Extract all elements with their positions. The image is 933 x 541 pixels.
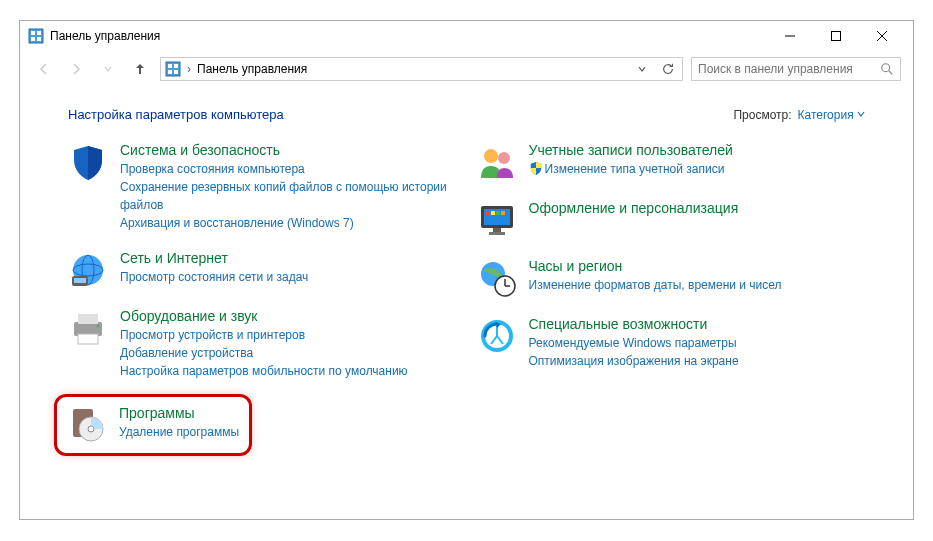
category-title[interactable]: Сеть и Интернет <box>120 250 457 266</box>
category-link[interactable]: Изменение форматов даты, времени и чисел <box>529 276 866 294</box>
category-link[interactable]: Проверка состояния компьютера <box>120 160 457 178</box>
category-programs: Программы Удаление программы <box>67 405 239 445</box>
svg-line-15 <box>889 71 893 75</box>
svg-point-29 <box>498 152 510 164</box>
svg-rect-35 <box>501 211 505 215</box>
svg-rect-32 <box>486 211 490 215</box>
address-dropdown[interactable] <box>632 59 652 79</box>
view-dropdown[interactable]: Категория <box>798 108 865 122</box>
svg-point-24 <box>97 325 100 328</box>
printer-icon <box>68 308 108 348</box>
category-link[interactable]: Удаление программы <box>119 423 239 441</box>
category-link[interactable]: Рекомендуемые Windows параметры <box>529 334 866 352</box>
maximize-button[interactable] <box>813 21 859 51</box>
svg-point-27 <box>88 426 94 432</box>
address-bar[interactable]: › Панель управления <box>160 57 683 81</box>
category-link[interactable]: Изменение типа учетной записи <box>529 160 866 178</box>
page-title: Настройка параметров компьютера <box>68 107 733 122</box>
svg-rect-12 <box>168 70 172 74</box>
monitor-colors-icon <box>477 200 517 240</box>
window-title: Панель управления <box>50 29 767 43</box>
minimize-button[interactable] <box>767 21 813 51</box>
users-icon <box>477 142 517 182</box>
category-clock: Часы и регион Изменение форматов даты, в… <box>477 258 866 298</box>
category-title[interactable]: Оборудование и звук <box>120 308 457 324</box>
search-input[interactable] <box>698 62 880 76</box>
category-link[interactable]: Просмотр устройств и принтеров <box>120 326 457 344</box>
category-link[interactable]: Добавление устройства <box>120 344 457 362</box>
svg-rect-3 <box>31 37 35 41</box>
shield-icon <box>68 142 108 182</box>
globe-icon <box>68 250 108 290</box>
category-users: Учетные записи пользователей Изменение т… <box>477 142 866 182</box>
category-link[interactable]: Просмотр состояния сети и задач <box>120 268 457 286</box>
control-panel-window: Панель управления › Панель управления На… <box>19 20 914 520</box>
svg-rect-22 <box>78 314 98 324</box>
category-title[interactable]: Оформление и персонализация <box>529 200 866 216</box>
forward-button[interactable] <box>64 57 88 81</box>
view-label: Просмотр: <box>733 108 791 122</box>
category-title[interactable]: Учетные записи пользователей <box>529 142 866 158</box>
search-box[interactable] <box>691 57 901 81</box>
highlighted-category: Программы Удаление программы <box>54 394 252 456</box>
svg-rect-20 <box>74 278 86 283</box>
refresh-button[interactable] <box>658 59 678 79</box>
chevron-right-icon: › <box>187 62 191 76</box>
control-panel-icon <box>165 61 181 77</box>
svg-rect-11 <box>174 64 178 68</box>
navbar: › Панель управления <box>20 51 913 87</box>
category-accessibility: Специальные возможности Рекомендуемые Wi… <box>477 316 866 370</box>
category-title[interactable]: Специальные возможности <box>529 316 866 332</box>
disc-box-icon <box>67 405 107 445</box>
category-link[interactable]: Архивация и восстановление (Windows 7) <box>120 214 457 232</box>
category-link[interactable]: Сохранение резервных копий файлов с помо… <box>120 178 457 214</box>
svg-rect-4 <box>37 37 41 41</box>
svg-rect-33 <box>491 211 495 215</box>
close-button[interactable] <box>859 21 905 51</box>
svg-point-28 <box>484 149 498 163</box>
category-title[interactable]: Часы и регион <box>529 258 866 274</box>
ease-of-access-icon <box>477 316 517 356</box>
up-button[interactable] <box>128 57 152 81</box>
back-button[interactable] <box>32 57 56 81</box>
address-path: Панель управления <box>197 62 307 76</box>
svg-rect-6 <box>832 32 841 41</box>
svg-rect-34 <box>496 211 500 215</box>
svg-rect-13 <box>174 70 178 74</box>
category-link[interactable]: Настройка параметров мобильности по умол… <box>120 362 457 380</box>
category-title[interactable]: Программы <box>119 405 239 421</box>
recent-dropdown[interactable] <box>96 57 120 81</box>
view-control: Просмотр: Категория <box>733 108 865 122</box>
search-icon <box>880 62 894 76</box>
category-appearance: Оформление и персонализация <box>477 200 866 240</box>
category-hardware: Оборудование и звук Просмотр устройств и… <box>68 308 457 380</box>
svg-rect-2 <box>37 31 41 35</box>
clock-globe-icon <box>477 258 517 298</box>
svg-rect-37 <box>489 232 505 235</box>
svg-rect-1 <box>31 31 35 35</box>
titlebar: Панель управления <box>20 21 913 51</box>
category-network: Сеть и Интернет Просмотр состояния сети … <box>68 250 457 290</box>
svg-rect-23 <box>78 334 98 344</box>
control-panel-icon <box>28 28 44 44</box>
svg-point-14 <box>882 64 890 72</box>
svg-rect-10 <box>168 64 172 68</box>
svg-rect-36 <box>493 228 501 232</box>
content-area: Настройка параметров компьютера Просмотр… <box>20 87 913 476</box>
category-link[interactable]: Оптимизация изображения на экране <box>529 352 866 370</box>
category-title[interactable]: Система и безопасность <box>120 142 457 158</box>
category-security: Система и безопасность Проверка состояни… <box>68 142 457 232</box>
uac-shield-icon <box>529 161 543 175</box>
